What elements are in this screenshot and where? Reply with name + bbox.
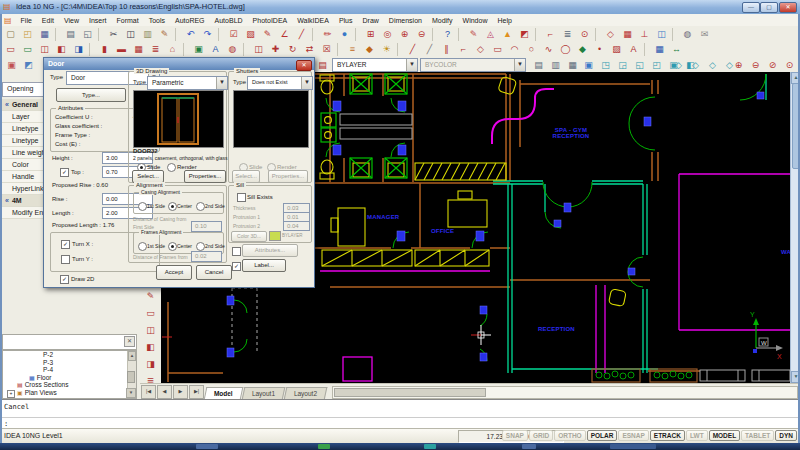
arc-icon[interactable]: ◠	[506, 42, 523, 57]
cut-icon[interactable]: ✂	[105, 27, 122, 42]
frames-1st-radio[interactable]	[138, 242, 147, 251]
mail-icon[interactable]: ✉	[696, 27, 713, 42]
circle-icon[interactable]: ○	[523, 42, 540, 57]
rectangle-icon[interactable]: ▭	[489, 42, 506, 57]
cancel-button[interactable]: Cancel	[196, 265, 232, 280]
table-icon[interactable]: ▦	[651, 42, 668, 57]
paste-icon[interactable]: ▥	[139, 27, 156, 42]
properties-button[interactable]: Properties...	[184, 170, 226, 183]
copy-icon[interactable]: ◫	[122, 27, 139, 42]
edit-attributes-icon[interactable]: ✎	[259, 27, 276, 42]
sw-isometric-icon[interactable]: ◇	[670, 58, 687, 73]
redo-icon[interactable]: ↷	[199, 27, 216, 42]
frames-2nd-radio[interactable]	[196, 242, 205, 251]
id-point-icon[interactable]: ⊙	[576, 27, 593, 42]
menu-item-insert[interactable]: Insert	[84, 17, 112, 24]
taskbar-item[interactable]	[196, 444, 218, 449]
save-icon[interactable]: ▦	[36, 27, 53, 42]
multiline-icon[interactable]: ∥	[438, 42, 455, 57]
menu-item-window[interactable]: Window	[458, 17, 493, 24]
status-toggle-snap[interactable]: SNAP	[502, 430, 528, 441]
plot-style-icon[interactable]: ▤	[530, 58, 547, 73]
menu-item-walkidea[interactable]: WalkIDEA	[292, 17, 334, 24]
print-preview-icon[interactable]: ◱	[79, 27, 96, 42]
bottom-view-icon[interactable]: ◲	[614, 58, 631, 73]
opening-tool-icon[interactable]: ◫	[36, 42, 53, 57]
command-window[interactable]: Cancel :	[0, 399, 800, 430]
tab-nav-icon[interactable]: ▶	[173, 385, 188, 399]
sun-icon[interactable]: ☀	[378, 42, 395, 57]
match-properties-icon[interactable]: ☑	[225, 27, 242, 42]
dialog-close-icon[interactable]: ✕	[296, 60, 312, 71]
menu-item-autoreg[interactable]: AutoREG	[170, 17, 210, 24]
tree-item[interactable]: +▣Plan Views	[3, 389, 136, 397]
tree-scrollbar[interactable]: ▲ ▼	[127, 351, 136, 398]
ucs-icon[interactable]: ⊥	[636, 27, 653, 42]
attributes-checkbox[interactable]	[232, 247, 241, 256]
minimize-button[interactable]: —	[742, 2, 760, 13]
top-view-icon[interactable]: ◳	[597, 58, 614, 73]
menu-item-file[interactable]: File	[16, 17, 37, 24]
status-toggle-polar[interactable]: POLAR	[587, 430, 618, 441]
render-radio[interactable]	[167, 163, 176, 172]
opening-vertical-icon[interactable]: ◫	[142, 323, 159, 338]
status-toggle-ortho[interactable]: ORTHO	[554, 430, 585, 441]
taskbar-item[interactable]	[610, 444, 656, 449]
text-icon[interactable]: A	[625, 42, 642, 57]
slab-icon[interactable]: ▦	[130, 42, 147, 57]
undo-icon[interactable]: ↶	[182, 27, 199, 42]
zoom-window2-icon[interactable]: ⊘	[764, 58, 781, 73]
zoom-extents-icon[interactable]: ⊙	[781, 58, 798, 73]
camera-icon[interactable]: ◩	[20, 58, 37, 73]
zoom-out-icon[interactable]: ⊖	[413, 27, 430, 42]
point-icon[interactable]: •	[591, 42, 608, 57]
sketch-icon[interactable]: ✎	[465, 27, 482, 42]
wall-vertical-icon[interactable]: ▭	[142, 306, 159, 321]
taskbar-item[interactable]	[424, 444, 436, 449]
measure-icon[interactable]: ∠	[276, 27, 293, 42]
se-isometric-icon[interactable]: ◇	[687, 58, 704, 73]
scroll-down-icon[interactable]: ▼	[126, 388, 136, 398]
status-toggle-tablet[interactable]: TABLET	[741, 430, 774, 441]
copy-entity-icon[interactable]: ◫	[250, 42, 267, 57]
properties-icon[interactable]: ▧	[242, 27, 259, 42]
open-file-icon[interactable]: ◰	[19, 27, 36, 42]
double-wall-icon[interactable]: ▭	[19, 42, 36, 57]
render-sphere-icon[interactable]: ●	[336, 27, 353, 42]
taskbar-item[interactable]	[522, 444, 536, 449]
region-icon[interactable]: ◩	[516, 27, 533, 42]
menu-item-help[interactable]: Help	[492, 17, 516, 24]
list-icon[interactable]: ≣	[559, 27, 576, 42]
turn-y-checkbox[interactable]	[61, 255, 70, 264]
menu-item-dimension[interactable]: Dimension	[384, 17, 427, 24]
menu-item-autobld[interactable]: AutoBLD	[210, 17, 248, 24]
tree-item[interactable]: ▦Floor	[3, 374, 136, 382]
move-entity-icon[interactable]: ✚	[267, 42, 284, 57]
status-toggle-grid[interactable]: GRID	[529, 430, 553, 441]
taskbar-item[interactable]	[318, 444, 330, 449]
scroll-thumb[interactable]	[127, 371, 135, 383]
menu-item-view[interactable]: View	[59, 17, 84, 24]
mirror-entity-icon[interactable]: ⇄	[301, 42, 318, 57]
zoom-in-icon[interactable]: ⊕	[396, 27, 413, 42]
ne-isometric-icon[interactable]: ◇	[704, 58, 721, 73]
drawing3d-type-combo[interactable]: Parametric ▼	[147, 76, 228, 90]
wall-tool-icon[interactable]: ▭	[2, 42, 19, 57]
shutters-type-combo[interactable]: Does not Exist ▼	[247, 76, 313, 90]
chevron-down-icon[interactable]: ▼	[406, 59, 417, 71]
snap-settings-icon[interactable]: ◇	[602, 27, 619, 42]
levels-icon[interactable]: ≡	[344, 42, 361, 57]
hatch-icon[interactable]: ▨	[608, 42, 625, 57]
right-view-icon[interactable]: ◰	[648, 58, 665, 73]
close-button[interactable]: ✕	[779, 2, 797, 13]
dimension-icon[interactable]: ↔	[668, 42, 685, 57]
view-3d-icon[interactable]: ▣	[3, 58, 20, 73]
rotate-entity-icon[interactable]: ↻	[284, 42, 301, 57]
label-button[interactable]: Label...	[242, 259, 286, 272]
zoom-window-icon[interactable]: ⊞	[362, 27, 379, 42]
zoom-dynamic-icon[interactable]: ◎	[379, 27, 396, 42]
new-file-icon[interactable]: ▢	[2, 27, 19, 42]
menu-item-format[interactable]: Format	[111, 17, 143, 24]
help-icon[interactable]: ?	[439, 27, 456, 42]
tab-nav-icon[interactable]: ▶|	[189, 385, 204, 399]
